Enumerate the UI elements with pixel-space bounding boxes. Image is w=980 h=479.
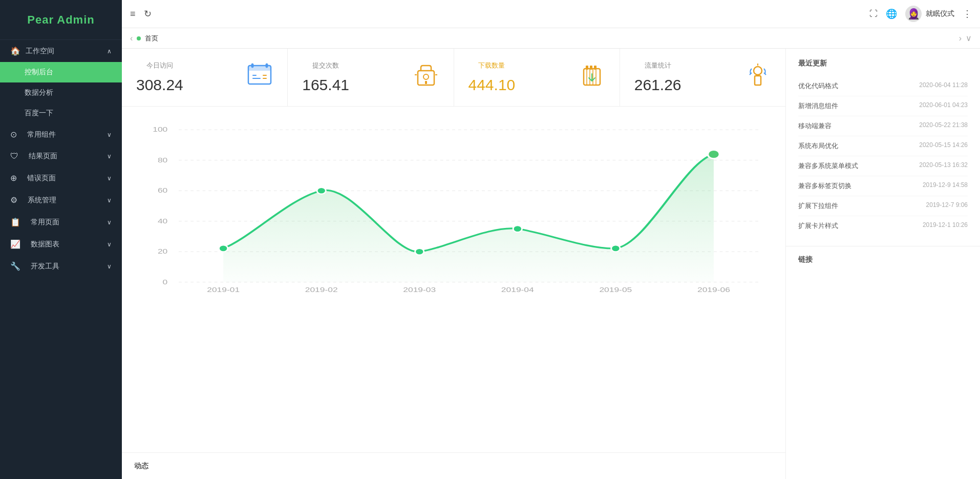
svg-text:20: 20 [158, 248, 167, 255]
svg-point-20 [754, 67, 762, 75]
sidebar-logo: Pear Admin [0, 0, 122, 40]
svg-rect-7 [263, 78, 267, 79]
stat-info-traffic: 流量统计 261.26 [634, 61, 681, 94]
svg-rect-5 [252, 78, 261, 79]
sidebar-item-common-pages[interactable]: 📋 常用页面 ∨ [0, 211, 122, 233]
breadcrumb-expand[interactable]: ∨ [966, 33, 972, 43]
stat-info-submissions: 提交次数 165.41 [302, 61, 349, 94]
breadcrumb-next[interactable]: › [959, 34, 962, 43]
svg-text:2019-04: 2019-04 [501, 286, 534, 293]
sidebar-item-result-pages[interactable]: 🛡 结果页面 ∨ [0, 145, 122, 167]
breadcrumb-right: › ∨ [959, 33, 972, 43]
more-options-icon[interactable]: ⋮ [963, 8, 972, 19]
svg-point-44 [611, 245, 620, 252]
error-pages-chevron: ∨ [107, 175, 112, 182]
svg-point-43 [513, 225, 522, 232]
sidebar-item-error-pages[interactable]: ⊕ 错误页面 ∨ [0, 167, 122, 189]
update-name-2: 移动端兼容 [798, 121, 832, 131]
svg-point-40 [219, 245, 227, 252]
svg-text:80: 80 [158, 156, 167, 163]
breadcrumb-prev[interactable]: ‹ [130, 34, 133, 43]
svg-rect-4 [252, 75, 257, 76]
update-item-2: 移动端兼容 2020-05-22 21:38 [798, 116, 968, 136]
update-time-2: 2020-05-22 21:38 [919, 121, 968, 131]
workspace-chevron: ∧ [107, 48, 112, 55]
stat-info-downloads: 下载数量 444.10 [468, 61, 516, 94]
sidebar-item-common-components[interactable]: ⊙ 常用组件 ∨ [0, 123, 122, 145]
avatar-emoji: 🧕 [907, 8, 920, 20]
svg-text:2019-03: 2019-03 [403, 286, 436, 293]
update-time-5: 2019-12-9 14:58 [923, 181, 968, 191]
stat-value-traffic: 261.26 [634, 76, 681, 94]
stat-value-downloads: 444.10 [468, 76, 516, 94]
breadcrumb-left: ‹ 首页 [130, 34, 158, 43]
stat-card-visits: 今日访问 308.24 [122, 49, 288, 106]
svg-rect-6 [263, 75, 267, 76]
update-item-4: 兼容多系统菜单模式 2020-05-13 16:32 [798, 156, 968, 176]
sidebar-item-data-analysis[interactable]: 数据分析 [0, 82, 122, 103]
update-item-1: 新增消息组件 2020-06-01 04:23 [798, 96, 968, 116]
stat-label-downloads: 下载数量 [468, 61, 516, 70]
stat-value-submissions: 165.41 [302, 76, 349, 94]
update-name-6: 扩展下拉组件 [798, 201, 838, 211]
app-title: Pear Admin [27, 13, 94, 27]
sidebar: Pear Admin 🏠 工作空间 ∧ 控制后台 数据分析 百度一下 ⊙ 常用组… [0, 0, 122, 479]
svg-rect-2 [251, 64, 253, 68]
svg-point-41 [317, 188, 326, 194]
globe-icon[interactable]: 🌐 [886, 8, 897, 19]
workspace-label: 工作空间 [26, 47, 54, 56]
sidebar-item-dashboard[interactable]: 控制后台 [0, 62, 122, 82]
update-time-1: 2020-06-01 04:23 [919, 101, 968, 111]
update-name-5: 兼容多标签页切换 [798, 181, 851, 191]
stat-card-submissions: 提交次数 165.41 [288, 49, 454, 106]
svg-rect-17 [590, 66, 592, 70]
update-time-0: 2020-06-04 11:28 [919, 81, 968, 91]
sidebar-item-dev-tools[interactable]: 🔧 开发工具 ∨ [0, 255, 122, 277]
menu-toggle-icon[interactable]: ≡ [130, 9, 136, 19]
update-time-7: 2019-12-1 10:26 [923, 221, 968, 231]
refresh-icon[interactable]: ↻ [144, 8, 152, 19]
content-left: 今日访问 308.24 [122, 49, 785, 479]
sidebar-item-workspace[interactable]: 🏠 工作空间 ∧ [0, 40, 122, 62]
update-item-7: 扩展卡片样式 2019-12-1 10:26 [798, 216, 968, 236]
breadcrumb-home[interactable]: 首页 [145, 34, 158, 43]
recent-updates-title: 最近更新 [798, 59, 968, 68]
svg-text:2019-06: 2019-06 [697, 286, 730, 293]
result-pages-icon: 🛡 [10, 152, 18, 161]
stat-cards: 今日访问 308.24 [122, 49, 785, 107]
fullscreen-icon[interactable]: ⛶ [869, 9, 878, 18]
stat-info-visits: 今日访问 308.24 [136, 61, 183, 94]
svg-text:2019-05: 2019-05 [599, 286, 632, 293]
breadcrumb-active-dot [137, 36, 141, 40]
stat-icon-traffic [744, 61, 771, 93]
avatar: 🧕 [905, 6, 922, 22]
stat-label-visits: 今日访问 [136, 61, 183, 70]
update-name-4: 兼容多系统菜单模式 [798, 161, 858, 171]
update-name-1: 新增消息组件 [798, 101, 838, 111]
update-item-3: 系统布局优化 2020-05-15 14:26 [798, 136, 968, 156]
svg-text:100: 100 [153, 126, 167, 133]
data-charts-icon: 📈 [10, 239, 20, 249]
topbar: ≡ ↻ ⛶ 🌐 🧕 就眠仪式 ⋮ [122, 0, 980, 28]
svg-text:2019-02: 2019-02 [305, 286, 338, 293]
common-components-icon: ⊙ [10, 130, 17, 139]
content-right: 最近更新 优化代码格式 2020-06-04 11:28 新增消息组件 2020… [785, 49, 980, 479]
dynamic-section: 动态 [122, 452, 785, 479]
error-pages-icon: ⊕ [10, 173, 17, 183]
svg-rect-19 [755, 76, 761, 85]
data-charts-chevron: ∨ [107, 241, 112, 248]
sidebar-item-baidu[interactable]: 百度一下 [0, 103, 122, 123]
svg-rect-16 [586, 66, 588, 70]
topbar-right: ⛶ 🌐 🧕 就眠仪式 ⋮ [869, 6, 972, 22]
svg-text:0: 0 [163, 278, 168, 285]
sidebar-item-system-manage[interactable]: ⚙ 系统管理 ∨ [0, 189, 122, 211]
sidebar-item-data-charts[interactable]: 📈 数据图表 ∨ [0, 233, 122, 255]
update-time-3: 2020-05-15 14:26 [919, 141, 968, 151]
stat-icon-downloads [579, 61, 605, 93]
update-name-0: 优化代码格式 [798, 81, 838, 91]
links-title: 链接 [798, 255, 813, 263]
chart-area: 100 80 60 40 20 0 2019-01 2019-02 2019-0… [122, 107, 785, 452]
dynamic-label: 动态 [134, 462, 148, 470]
user-menu[interactable]: 🧕 就眠仪式 [905, 6, 954, 22]
update-time-4: 2020-05-13 16:32 [919, 161, 968, 171]
